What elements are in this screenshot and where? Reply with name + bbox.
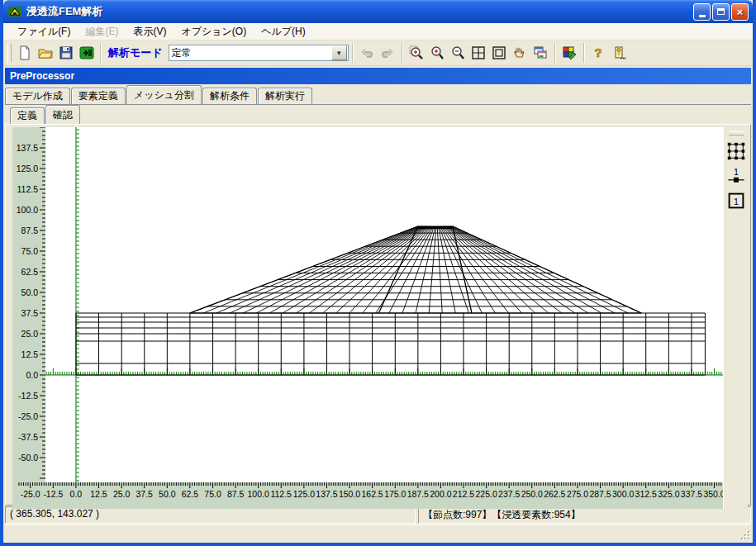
subtab-confirm[interactable]: 確認 [45, 105, 80, 124]
node-number-icon: 1 [726, 166, 746, 186]
run-analysis-button[interactable] [76, 43, 97, 64]
x-axis-tick-label: 150.0 [339, 490, 360, 499]
help-icon: ? [591, 45, 606, 60]
mesh-canvas[interactable] [45, 127, 723, 482]
undo-button [357, 43, 378, 64]
menu-edit: 編集(E) [78, 23, 126, 40]
display-settings-button[interactable] [559, 43, 580, 64]
status-bar: ( 365.305, 143.027 ) 【節点数:997】【浸透要素数:954… [5, 506, 751, 524]
toolbar-separator [554, 43, 556, 63]
fit-view-button[interactable] [468, 43, 489, 64]
x-axis-tick-label: 212.5 [453, 490, 474, 499]
window-layout-button[interactable] [530, 43, 551, 64]
toolbar-separator [100, 43, 102, 63]
x-axis-tick-label: 87.5 [227, 490, 245, 499]
redo-icon [380, 45, 395, 60]
zoom-in-icon [430, 45, 445, 60]
y-axis-tick-label: 62.5 [21, 267, 39, 277]
menu-bar: ファイル(F) 編集(E) 表示(V) オプション(O) ヘルプ(H) [3, 23, 753, 40]
y-axis-tick-label: 50.0 [21, 287, 39, 297]
analysis-mode-value: 定常 [169, 46, 331, 60]
tab-mesh-divide[interactable]: メッシュ分割 [126, 85, 202, 104]
analysis-mode-label: 解析モード [108, 45, 163, 60]
mesh-display-button[interactable] [726, 141, 746, 161]
zoom-window-button[interactable] [407, 43, 427, 64]
y-axis-tick-label: -37.5 [18, 432, 38, 442]
save-icon [59, 45, 74, 60]
y-axis-tick-label: 12.5 [21, 349, 39, 359]
svg-text:?: ? [595, 45, 602, 59]
x-axis-tick-label: -12.5 [43, 490, 63, 499]
zoom-out-button[interactable] [448, 43, 468, 64]
exit-app-button[interactable] [609, 43, 630, 64]
new-file-button[interactable] [14, 43, 35, 64]
y-axis-tick-label: 37.5 [21, 308, 39, 318]
node-numbers-button[interactable]: 1 [726, 166, 746, 186]
x-axis-tick-label: 237.5 [498, 490, 520, 499]
help-button[interactable]: ? [588, 43, 609, 64]
tab-analysis-conditions[interactable]: 解析条件 [202, 88, 257, 104]
zoom-extents-icon [492, 45, 506, 60]
tab-analysis-run[interactable]: 解析実行 [258, 88, 312, 104]
analysis-mode-combobox[interactable]: 定常 ▼ [169, 45, 349, 61]
minimize-button[interactable] [693, 3, 711, 21]
svg-text:1: 1 [733, 197, 738, 207]
undo-icon [359, 45, 374, 60]
x-axis-tick-label: 350.0 [703, 490, 723, 499]
x-axis-tick-label: 337.5 [681, 490, 702, 499]
x-axis-tick-label: 162.5 [361, 490, 383, 499]
window-title: 浸透流FEM解析 [26, 4, 102, 19]
save-button[interactable] [55, 43, 76, 64]
x-axis-tick-label: 175.0 [384, 490, 406, 499]
resize-grip[interactable] [740, 530, 751, 541]
pan-button[interactable] [510, 43, 530, 64]
exit-app-icon [611, 45, 626, 60]
new-file-icon [17, 45, 32, 60]
x-axis-tick-label: 225.0 [476, 490, 497, 499]
y-axis-tick-label: -12.5 [18, 391, 38, 401]
y-axis-tick-label: 100.0 [17, 205, 38, 215]
side-toolbar-grip [729, 131, 744, 135]
maximize-icon [717, 8, 725, 15]
x-axis-tick-label: 312.5 [635, 490, 657, 499]
x-axis-tick-label: 0.0 [70, 490, 83, 499]
mesh-view: 137.5125.0112.5100.087.575.062.550.037.5… [12, 127, 748, 503]
toolbar-separator [402, 43, 403, 63]
preprocessor-title: PreProcessor [10, 70, 74, 82]
x-axis-tick-label: 50.0 [159, 490, 176, 499]
x-axis-tick-label: 37.5 [136, 490, 154, 499]
element-numbers-button[interactable]: 1 [726, 191, 746, 211]
combo-dropdown-button[interactable]: ▼ [331, 45, 347, 60]
menu-file[interactable]: ファイル(F) [10, 23, 78, 40]
menu-view[interactable]: 表示(V) [126, 23, 174, 40]
title-bar: 浸透流FEM解析 × [3, 0, 753, 23]
mesh-grid-icon [726, 141, 746, 161]
window-layout-icon [533, 45, 548, 60]
menu-options[interactable]: オプション(O) [174, 23, 254, 40]
open-folder-button[interactable] [35, 43, 55, 64]
close-icon: × [737, 7, 744, 17]
zoom-in-button[interactable] [427, 43, 448, 64]
y-axis-tick-label: 75.0 [21, 246, 39, 256]
x-axis-tick-label: 100.0 [248, 490, 269, 499]
zoom-extents-button[interactable] [489, 43, 510, 64]
x-axis-tick-label: 137.5 [316, 490, 337, 499]
run-analysis-icon [79, 45, 94, 60]
x-axis-tick-label: 187.5 [407, 490, 429, 499]
redo-button [378, 43, 398, 64]
x-axis-tick-label: 250.0 [521, 490, 543, 499]
menu-help[interactable]: ヘルプ(H) [254, 23, 313, 40]
mesh-counts: 【節点数:997】【浸透要素数:954】 [418, 506, 751, 524]
x-axis-tick-label: 325.0 [658, 490, 679, 499]
maximize-button[interactable] [712, 3, 730, 21]
status-bar-secondary [5, 525, 751, 542]
display-settings-icon [562, 45, 577, 60]
open-folder-icon [38, 45, 53, 60]
tab-model-create[interactable]: モデル作成 [5, 88, 70, 104]
tab-element-define[interactable]: 要素定義 [71, 88, 126, 104]
y-axis-tick-label: -50.0 [18, 453, 38, 463]
close-button[interactable]: × [731, 3, 749, 21]
sub-tab-strip: 定義 確認 [5, 104, 751, 124]
subtab-define[interactable]: 定義 [10, 107, 45, 124]
fem-mesh-drawing [45, 127, 723, 482]
